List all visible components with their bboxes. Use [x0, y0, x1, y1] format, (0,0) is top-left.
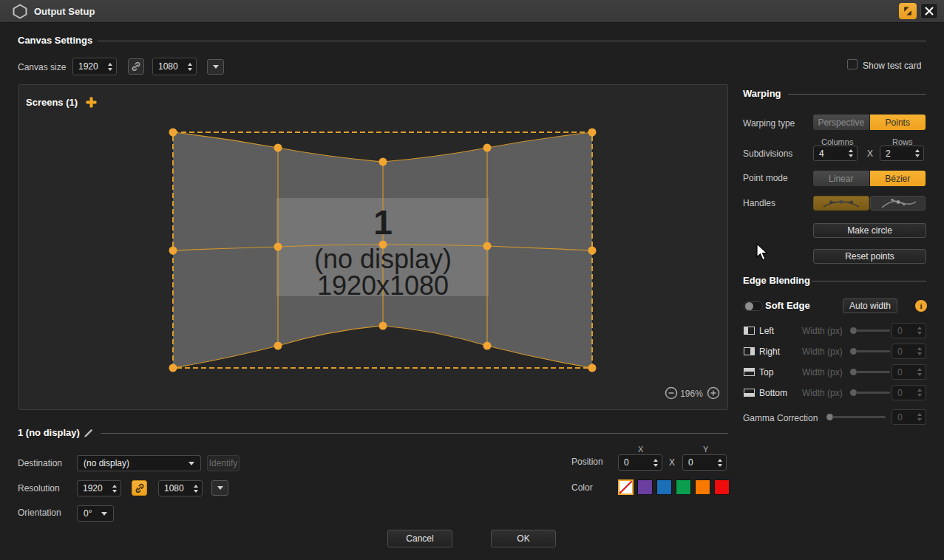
position-y-column-label: Y [703, 445, 708, 454]
orientation-dropdown[interactable]: 0° [77, 505, 114, 522]
handles-asymmetric-button[interactable] [870, 196, 926, 211]
color-swatch-red[interactable] [714, 479, 730, 495]
canvas-width-value: 1920 [73, 61, 105, 72]
warping-type-label: Warping type [743, 118, 795, 129]
edge-bottom-width-label: Width (px) [802, 388, 843, 398]
color-label: Color [571, 482, 593, 493]
chevron-down-icon [213, 65, 219, 69]
soft-edge-toggle[interactable] [744, 301, 763, 311]
canvas-settings-header: Canvas Settings [18, 35, 92, 46]
toggle-knob [745, 302, 753, 310]
subdivisions-x-separator: X [867, 148, 873, 159]
edge-left-width-spinner[interactable]: 0 [892, 323, 926, 338]
titlebar: Output Setup [0, 0, 944, 23]
edge-bottom-label: Bottom [759, 388, 787, 398]
show-test-card-label: Show test card [863, 61, 921, 71]
resolution-link-button[interactable] [132, 480, 147, 496]
divider [98, 41, 926, 41]
orientation-label: Orientation [18, 508, 61, 518]
edge-left-label: Left [759, 326, 774, 336]
gamma-correction-spinner[interactable]: 0 [892, 409, 926, 425]
position-x-spinner[interactable]: 0 [618, 454, 662, 471]
edge-top-width-slider[interactable] [850, 369, 890, 375]
canvas-width-spinner[interactable]: 1920 [72, 58, 117, 75]
output-setup-window: Output Setup Canvas Settings Canvas size… [0, 0, 944, 560]
point-mode-bezier[interactable]: Bézier [870, 171, 926, 186]
resolution-height-spinner[interactable]: 1080 [158, 480, 203, 496]
warping-type-toggle: Perspective Points [813, 115, 926, 130]
position-y-spinner[interactable]: 0 [682, 454, 727, 471]
subdivisions-columns-spinner[interactable]: 4 [813, 146, 858, 161]
spinner-arrows[interactable] [912, 149, 923, 157]
zoom-in-button[interactable] [707, 386, 720, 400]
canvas-size-label: Canvas size [18, 62, 66, 72]
color-swatch-purple[interactable] [637, 479, 653, 495]
edge-left-width-label: Width (px) [802, 326, 843, 336]
spinner-arrows[interactable] [105, 63, 116, 71]
point-mode-toggle: Linear Bézier [813, 171, 926, 186]
resolution-label: Resolution [18, 483, 60, 494]
handles-symmetric-button[interactable] [813, 196, 869, 211]
canvas-size-presets-dropdown[interactable] [207, 59, 224, 75]
mouse-cursor [756, 243, 770, 262]
warp-preview[interactable]: 1 (no display) 1920x1080 [19, 85, 727, 409]
link-icon [135, 483, 145, 494]
soft-edge-label: Soft Edge [765, 300, 810, 311]
edge-right-label: Right [759, 346, 780, 357]
symmetric-handle-icon [821, 198, 862, 208]
restore-window-button[interactable] [899, 3, 917, 19]
screen-properties-header: 1 (no display) [18, 427, 80, 438]
screen-number-label: 1 [373, 203, 393, 242]
edge-right-width-spinner[interactable]: 0 [892, 344, 926, 359]
edge-left-width-slider[interactable] [850, 327, 890, 334]
auto-width-button[interactable]: Auto width [843, 298, 897, 313]
edge-right-width-slider[interactable] [850, 348, 890, 355]
color-swatch-green[interactable] [676, 479, 691, 495]
color-swatch-none[interactable] [618, 479, 634, 495]
canvas-size-link-button[interactable] [128, 58, 144, 75]
edge-left-icon [744, 327, 755, 335]
gamma-correction-slider[interactable] [826, 414, 886, 420]
color-swatch-orange[interactable] [695, 479, 710, 495]
point-mode-linear[interactable]: Linear [813, 171, 869, 186]
destination-dropdown[interactable]: (no display) [77, 455, 201, 471]
edge-top-label: Top [759, 367, 773, 378]
color-swatch-blue[interactable] [656, 479, 672, 495]
ok-button[interactable]: OK [491, 530, 556, 547]
edge-right-icon [744, 347, 755, 355]
orientation-value: 0° [84, 508, 92, 519]
chevron-down-icon [217, 486, 223, 490]
edge-bottom-width-spinner[interactable]: 0 [892, 385, 926, 400]
chevron-down-icon [101, 512, 107, 516]
reset-points-button[interactable]: Reset points [813, 249, 926, 264]
screen-resolution-label: 1920x1080 [317, 270, 449, 301]
warping-type-points[interactable]: Points [870, 115, 926, 130]
close-button[interactable] [920, 3, 938, 19]
app-logo-hexagon-icon [13, 4, 27, 19]
spinner-arrows[interactable] [846, 149, 857, 157]
make-circle-button[interactable]: Make circle [813, 223, 926, 238]
edge-bottom-icon [744, 389, 755, 397]
edge-top-width-label: Width (px) [802, 367, 843, 378]
warping-header: Warping [743, 88, 781, 99]
cancel-button[interactable]: Cancel [387, 530, 452, 547]
resolution-presets-dropdown[interactable] [211, 480, 228, 496]
edit-pencil-icon[interactable] [83, 428, 94, 439]
spinner-arrows[interactable] [185, 63, 196, 71]
identify-button[interactable]: Identify [207, 455, 240, 471]
resolution-width-spinner[interactable]: 1920 [77, 480, 121, 496]
show-test-card-checkbox[interactable] [847, 59, 858, 69]
info-icon[interactable] [915, 300, 927, 312]
canvas-height-spinner[interactable]: 1080 [152, 58, 197, 75]
close-icon [925, 7, 934, 16]
zoom-out-button[interactable] [665, 386, 678, 400]
subdivisions-rows-spinner[interactable]: 2 [880, 146, 924, 161]
divider [812, 281, 926, 281]
position-label: Position [571, 457, 603, 467]
warping-type-perspective[interactable]: Perspective [813, 115, 869, 130]
divider [101, 433, 728, 434]
edge-bottom-width-slider[interactable] [850, 389, 890, 396]
edge-top-icon [744, 368, 755, 376]
edge-top-width-spinner[interactable]: 0 [892, 364, 926, 380]
window-title: Output Setup [34, 6, 95, 17]
